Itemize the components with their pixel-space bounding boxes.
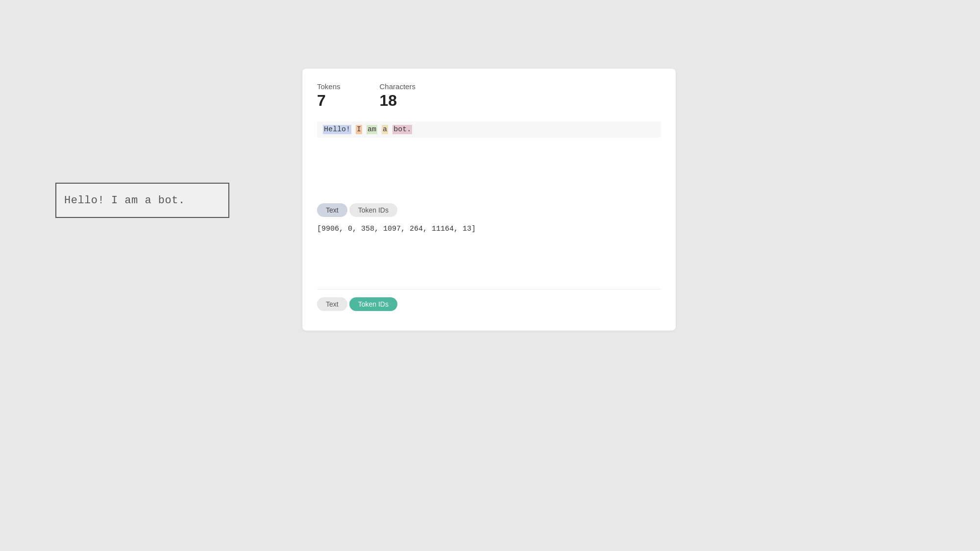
token-i: I [356, 125, 362, 134]
token-a: a [382, 125, 388, 134]
input-text: Hello! I am a bot. [64, 194, 185, 207]
characters-label: Characters [380, 82, 416, 91]
top-text-tab[interactable]: Text [317, 203, 347, 217]
bottom-tab-section: Text Token IDs [317, 289, 661, 319]
token-am: am [367, 125, 377, 134]
top-token-ids-tab[interactable]: Token IDs [349, 203, 397, 217]
bottom-text-tab[interactable]: Text [317, 297, 347, 311]
stats-row: Tokens 7 Characters 18 [317, 82, 661, 110]
token-visualization: Hello! I am a bot. [317, 121, 661, 138]
top-tab-section: Text Token IDs [9906, 0, 358, 1097, 264,… [317, 203, 661, 233]
text-input-box[interactable]: Hello! I am a bot. [55, 183, 229, 218]
top-content-area: [9906, 0, 358, 1097, 264, 11164, 13] [317, 225, 661, 233]
tokens-label: Tokens [317, 82, 341, 91]
characters-value: 18 [380, 92, 416, 110]
token-ids-output: [9906, 0, 358, 1097, 264, 11164, 13] [317, 225, 476, 233]
token-bot: bot. [392, 125, 412, 134]
tokens-value: 7 [317, 92, 341, 110]
characters-stat: Characters 18 [380, 82, 416, 110]
bottom-token-ids-tab[interactable]: Token IDs [349, 297, 397, 311]
bottom-tab-bar: Text Token IDs [317, 297, 661, 311]
token-hello: Hello! [323, 125, 351, 134]
tokens-stat: Tokens 7 [317, 82, 341, 110]
top-tab-bar: Text Token IDs [317, 203, 661, 217]
token-panel: Tokens 7 Characters 18 Hello! I am a bot… [302, 69, 676, 331]
